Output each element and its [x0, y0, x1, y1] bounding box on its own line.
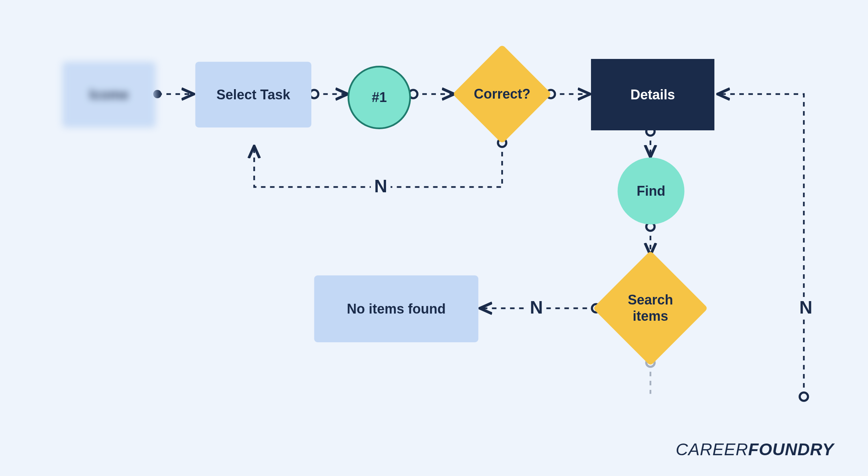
brand-thin: CAREER: [676, 440, 748, 459]
edge-label-correct-no: N: [371, 176, 391, 197]
node-welcome: lcome: [62, 62, 156, 128]
flowchart-canvas: lcome Select Task #1 Correct? Details Fi…: [0, 0, 868, 476]
node-select-task: Select Task: [195, 62, 312, 128]
node-correct-decision: Correct?: [467, 59, 537, 129]
node-search-items-label: Search items: [610, 267, 691, 349]
edge-label-right-no: N: [796, 297, 816, 318]
node-find: Find: [618, 158, 685, 224]
brand-thick: FOUNDRY: [748, 440, 834, 459]
node-no-items-found-label: No items found: [347, 301, 446, 317]
node-welcome-label: lcome: [89, 87, 129, 103]
node-find-label: Find: [637, 183, 665, 199]
node-step-1-label: #1: [372, 90, 387, 105]
node-details: Details: [591, 59, 714, 130]
node-details-label: Details: [630, 87, 675, 103]
node-step-1: #1: [348, 66, 411, 129]
node-no-items-found: No items found: [314, 275, 479, 342]
brand-logo: CAREERFOUNDRY: [676, 440, 834, 459]
node-correct-label: Correct?: [467, 59, 537, 129]
node-search-items-decision: Search items: [610, 267, 691, 349]
node-select-task-label: Select Task: [217, 87, 290, 103]
edge-label-search-no: N: [526, 297, 546, 318]
